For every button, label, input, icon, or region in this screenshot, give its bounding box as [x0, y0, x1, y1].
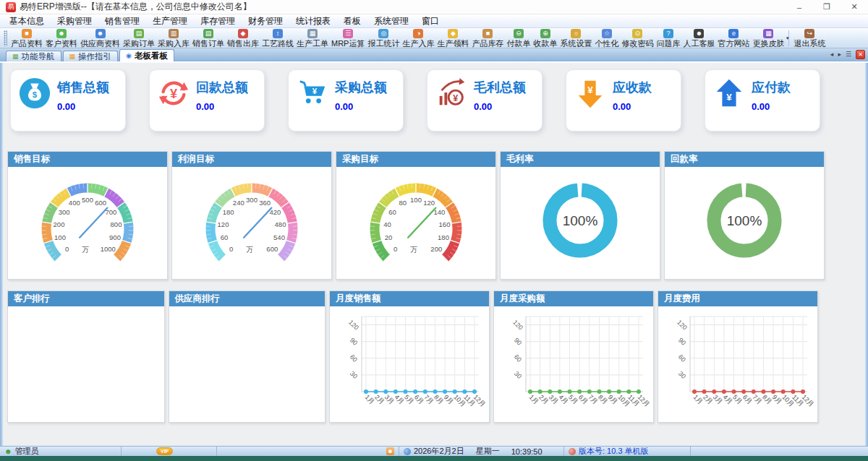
- panel-body: 100%: [501, 167, 660, 279]
- toolbar-label: 官方网站: [718, 39, 749, 48]
- minimize-icon[interactable]: –: [786, 0, 813, 14]
- menu-item-inventory-mgmt[interactable]: 库存管理: [194, 15, 242, 27]
- svg-text:2月: 2月: [702, 393, 714, 405]
- kpi-title: 销售总额: [57, 79, 109, 96]
- svg-text:30: 30: [349, 370, 359, 380]
- toolbar-button-skin[interactable]: ▦更换皮肤▾: [751, 29, 786, 48]
- toolbar-button-work-order[interactable]: ▦生产工单: [295, 29, 330, 48]
- restore-icon[interactable]: ❐: [813, 0, 841, 14]
- toolbar-button-system-settings[interactable]: ☼系统设置: [558, 29, 593, 48]
- toolbar-button-product-info[interactable]: ■产品资料: [9, 29, 44, 48]
- kpi-value: 0.00: [57, 101, 109, 112]
- toolbar-button-work-report[interactable]: ◎报工统计: [366, 29, 401, 48]
- toolbar-label: 采购订单: [123, 39, 155, 48]
- panel-body: 3060901201月2月3月4月5月6月7月8月9月10月11月12月: [330, 306, 489, 422]
- toolbar-label: 工艺路线: [262, 39, 294, 48]
- menu-item-basic-info[interactable]: 基本信息: [3, 15, 51, 27]
- toolbar-button-mrp-calc[interactable]: ☰MRP运算: [330, 29, 366, 48]
- svg-text:1000: 1000: [101, 245, 116, 253]
- panel-title: 月度采购额: [494, 291, 653, 306]
- kpi-card-gross-profit-total: ¥毛利总额0.00: [427, 69, 542, 132]
- line-chart: 3060901201月2月3月4月5月6月7月8月9月10月11月12月: [658, 306, 817, 422]
- svg-text:500: 500: [82, 196, 93, 204]
- titlebar: 易 易特ERP增强版--【请在基本信息，公司信息中修改公司名】 – ❐ ✕: [0, 0, 868, 14]
- toolbar-button-receipt-bill[interactable]: ⊕收款单: [532, 29, 558, 48]
- toolbar-label: 人工客服: [683, 39, 715, 48]
- toolbar-button-exit[interactable]: ↪退出系统: [792, 29, 827, 48]
- kpi-value: 0.00: [196, 101, 248, 112]
- svg-text:300: 300: [246, 196, 258, 204]
- payment-bill-icon: ⊖: [514, 29, 524, 38]
- toolbar-button-material-pick[interactable]: ◆生产领料: [435, 29, 470, 48]
- toolbar-button-supplier-info[interactable]: ☻供应商资料: [79, 29, 122, 48]
- svg-text:5月: 5月: [403, 393, 415, 405]
- window-frame-right: [865, 63, 868, 446]
- menu-item-production-mgmt[interactable]: 生产管理: [146, 15, 194, 27]
- tab-close-icon[interactable]: ✕: [856, 50, 865, 59]
- tab-function-nav[interactable]: ▦功能导航: [6, 51, 61, 61]
- tab-scroll-left-icon[interactable]: ◂: [830, 50, 834, 59]
- menu-item-sales-mgmt[interactable]: 销售管理: [98, 15, 146, 27]
- svg-text:6月: 6月: [741, 393, 754, 405]
- menu-item-report-stats[interactable]: 统计报表: [289, 15, 337, 27]
- kpi-title: 采购总额: [335, 79, 387, 96]
- menu-item-window[interactable]: 窗口: [415, 15, 446, 27]
- dashboard-content: $销售总额0.00¥回款总额0.00¥采购总额0.00¥毛利总额0.00¥应收款…: [0, 61, 868, 446]
- tab-operation-guide[interactable]: ▦操作指引: [63, 51, 119, 61]
- panel-body: 020406080100120140160180200万: [336, 167, 495, 279]
- clock-globe-icon: [404, 448, 411, 455]
- statusbar-user-cell: ☻ 管理员: [0, 447, 122, 456]
- menu-item-purchase-mgmt[interactable]: 采购管理: [51, 15, 98, 27]
- toolbar-button-purchase-inbound[interactable]: ▥采购入库: [156, 29, 191, 48]
- toolbar-button-personalize[interactable]: ☆个性化: [593, 29, 620, 48]
- tab-boss-dashboard[interactable]: ◉老板看板: [119, 49, 174, 61]
- panel-monthly-expense: 月度费用3060901201月2月3月4月5月6月7月8月9月10月11月12月: [658, 290, 818, 423]
- toolbar-button-support[interactable]: ☻人工客服: [681, 29, 716, 48]
- support-avatar-icon[interactable]: ☻: [386, 447, 394, 455]
- toolbar-button-purchase-order[interactable]: ▤采购订单: [122, 29, 156, 48]
- panel-title: 月度费用: [658, 291, 817, 306]
- toolbar-label: 退出系统: [793, 39, 825, 48]
- tab-scroll-right-icon[interactable]: ▸: [838, 50, 841, 59]
- erp-app-window: 易 易特ERP增强版--【请在基本信息，公司信息中修改公司名】 – ❐ ✕ 基本…: [0, 0, 868, 461]
- panel-body: [8, 306, 164, 422]
- chevron-down-icon[interactable]: ▾: [786, 35, 789, 41]
- website-icon: e: [728, 29, 739, 38]
- menu-item-finance-mgmt[interactable]: 财务管理: [242, 15, 289, 27]
- purchase-order-icon: ▤: [134, 29, 144, 38]
- svg-text:60: 60: [221, 233, 229, 241]
- product-info-icon: ■: [22, 29, 32, 38]
- work-report-icon: ◎: [378, 29, 388, 38]
- svg-text:3月: 3月: [383, 393, 396, 405]
- toolbar-button-sales-outbound[interactable]: ◆销售出库: [226, 29, 260, 48]
- toolbar-button-payment-bill[interactable]: ⊖付款单: [505, 29, 532, 48]
- toolbar-button-customer-info[interactable]: ☻客户资料: [44, 29, 79, 48]
- toolbar-button-product-stock[interactable]: ■产品库存: [470, 29, 505, 48]
- material-pick-icon: ◆: [448, 29, 458, 38]
- toolbar-button-production-inbound[interactable]: ◑生产入库: [401, 29, 435, 48]
- tab-controls: ◂ ▸ ☰ ✕: [830, 50, 865, 59]
- kpi-card-collection-total: ¥回款总额0.00: [149, 69, 265, 132]
- svg-text:¥: ¥: [312, 87, 318, 95]
- svg-text:400: 400: [69, 199, 80, 207]
- svg-text:120: 120: [218, 220, 229, 228]
- close-icon[interactable]: ✕: [841, 0, 868, 14]
- tab-list-icon[interactable]: ☰: [846, 50, 851, 59]
- menu-item-system-mgmt[interactable]: 系统管理: [367, 15, 415, 27]
- menu-item-dashboard[interactable]: 看板: [337, 15, 367, 27]
- panel-body: 3060901201月2月3月4月5月6月7月8月9月10月11月12月: [494, 306, 653, 422]
- toolbar-button-change-password[interactable]: ⊙修改密码: [620, 29, 655, 48]
- svg-text:200: 200: [430, 245, 442, 253]
- panel-body: 060120180240300360420480540600万: [172, 167, 331, 279]
- toolbar-button-faq[interactable]: ?问题库: [655, 29, 681, 48]
- toolbar-label: 产品资料: [11, 39, 43, 48]
- toolbar-button-process-route[interactable]: ↕工艺路线: [260, 29, 295, 48]
- toolbar-grip-handle[interactable]: [4, 30, 7, 46]
- toolbar-button-sales-order[interactable]: ▤销售订单: [191, 29, 226, 48]
- panel-profit-target: 利润目标060120180240300360420480540600万: [171, 151, 332, 280]
- panel-title: 销售目标: [8, 152, 167, 167]
- user-icon: ☻: [4, 448, 12, 455]
- svg-text:万: 万: [246, 246, 253, 254]
- kpi-title: 回款总额: [196, 79, 248, 96]
- toolbar-button-website[interactable]: e官方网站: [716, 29, 751, 48]
